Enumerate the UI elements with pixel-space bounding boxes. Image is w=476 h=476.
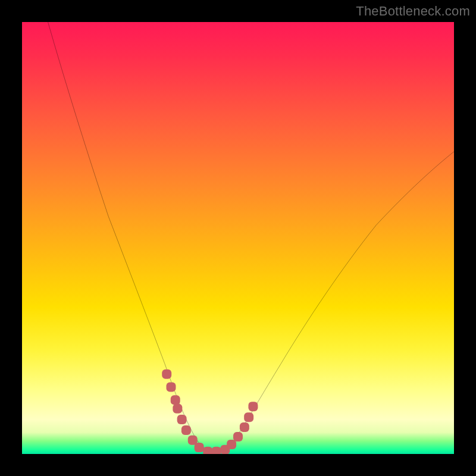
curve-marker	[173, 404, 182, 414]
curve-marker	[177, 415, 187, 424]
watermark-text: TheBottleneck.com	[356, 4, 470, 19]
chart-stage: TheBottleneck.com	[0, 0, 476, 476]
curve-markers	[162, 369, 258, 454]
curve-marker	[195, 443, 204, 452]
plot-area	[22, 22, 454, 454]
curve-marker	[162, 369, 171, 379]
curve-marker	[227, 440, 236, 449]
curve-marker	[166, 382, 176, 392]
chart-svg	[22, 22, 454, 454]
curve-marker	[203, 447, 212, 454]
curve-marker	[171, 395, 180, 405]
curve-marker	[248, 402, 258, 411]
curve-marker	[244, 412, 253, 422]
curve-marker	[181, 425, 191, 435]
curve-marker	[233, 432, 243, 441]
bottleneck-curve	[48, 22, 454, 452]
curve-marker	[212, 447, 221, 454]
curve-marker	[240, 422, 249, 432]
